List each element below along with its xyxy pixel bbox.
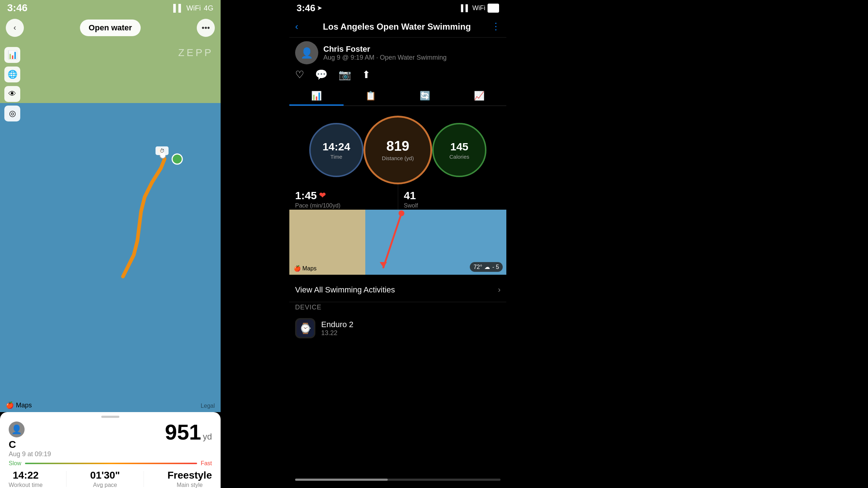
panel-left: 👤 C Aug 9 at 09:19 [9,421,51,458]
signal-icon: ▌▌ [173,4,183,12]
user-row: 👤 Chris Foster Aug 9 @ 9:19 AM · Open Wa… [295,41,501,64]
temperature-text: 72° [473,264,482,270]
more-dots-left: ••• [201,23,210,33]
svg-point-5 [399,210,404,216]
distance-circle-value: 819 [386,139,409,154]
metrics-area: 14:24 Time 819 Distance (yd) 145 Calorie… [289,108,506,192]
device-version: 13.22 [321,329,353,337]
photo-button[interactable]: 📷 [339,69,351,81]
right-status-icons: ▌▌ WiFi 46 [461,4,499,13]
right-nav-bar: ‹ Los Angeles Open Water Swimming ⋮ [289,16,506,38]
right-phone: 3:46 ➤ ▌▌ WiFi 46 ‹ Los Angeles Open Wat… [289,0,506,488]
pace-stat-label: Pace (min/100yd) [295,202,392,209]
eye-icon-btn[interactable]: 👁 [4,86,20,102]
open-water-badge: Open water [80,20,141,36]
right-status-bar: 3:46 ➤ ▌▌ WiFi 46 [289,0,506,16]
stat-workout-time: 14:22 Workout time [9,470,43,488]
back-button-right[interactable]: ‹ [295,21,298,32]
tab-details[interactable]: 📋 [344,87,398,106]
distance-unit: yd [203,432,212,441]
calories-circle: 145 Calories [432,123,486,177]
chart-icon-btn[interactable]: 📊 [4,47,20,63]
tabs-row: 📊 📋 🔄 📈 [289,87,506,106]
location-icon: ◎ [9,109,16,118]
weather-extra: - 5 [492,264,499,270]
battery-badge: 46 [488,4,499,13]
user-meta: Aug 9 @ 9:19 AM · Open Water Swimming [323,54,447,61]
right-maps-text: Maps [302,265,316,272]
swolf-stat-label: Swolf [404,202,501,209]
left-nav-bar: ‹ Open water ••• [0,16,221,40]
track-svg: ⏱ [0,0,221,412]
calories-circle-value: 145 [450,141,468,153]
tab-laps[interactable]: 🔄 [398,87,452,106]
progress-bar-area [295,479,501,481]
pace-stat-value: 1:45 ❤ [295,189,392,202]
panel-user-icon: 👤 [9,421,25,437]
right-apple-icon: 🍎 [294,265,301,272]
device-watch-icon: ⌚ [299,322,312,334]
legal-label: Legal [201,403,215,409]
time-circle-label: Time [331,154,342,160]
left-time: 3:46 [7,2,27,14]
comment-button[interactable]: 💬 [315,69,328,81]
right-map[interactable]: 🍎 Maps 72° ☁ - 5 [289,210,506,275]
pace-bar: Slow Fast [9,460,212,467]
stat-avg-pace: 01'30" Avg pace [90,470,120,488]
time-circle-value: 14:24 [323,141,350,153]
swolf-stat-value: 41 [404,189,501,202]
chevron-right-icon: › [498,285,501,295]
view-all-row[interactable]: View All Swimming Activities › [289,278,506,302]
zepp-watermark: ZEPP [178,47,213,59]
heart-icon: ❤ [319,191,326,200]
time-circle: 14:24 Time [309,123,363,177]
apple-logo: 🍎 [6,401,14,409]
back-button-left[interactable]: ‹ [6,19,24,37]
chart-icon: 📊 [8,50,17,60]
user-info: Chris Foster Aug 9 @ 9:19 AM · Open Wate… [323,44,447,61]
tab-metrics[interactable]: 📊 [289,87,344,106]
svg-marker-6 [380,262,387,267]
more-button-right[interactable]: ⋮ [491,21,501,32]
avatar: 👤 [295,41,318,64]
more-button-left[interactable]: ••• [197,19,215,37]
pace-value-text: 1:45 [295,189,317,202]
action-row: ♡ 💬 📷 ⬆ [295,69,501,81]
svg-text:⏱: ⏱ [159,148,165,154]
view-all-text: View All Swimming Activities [295,285,498,295]
like-button[interactable]: ♡ [295,69,304,81]
bottom-panel: 👤 C Aug 9 at 09:19 951 yd Slow Fast 14:2… [0,412,221,488]
avg-pace-value: 01'30" [90,470,120,481]
main-style-value: Freestyle [167,470,212,481]
panel-handle[interactable] [101,416,119,418]
location-arrow-icon: ➤ [317,4,322,12]
device-icon: ⌚ [295,318,315,338]
distance-value: 951 [165,420,201,444]
tab-charts-icon: 📈 [474,91,485,101]
distance-circle-label: Distance (yd) [382,155,414,161]
page-title: Los Angeles Open Water Swimming [303,22,491,32]
swolf-value-text: 41 [404,189,416,202]
tab-charts[interactable]: 📈 [452,87,506,106]
stat-divider-1 [66,471,67,487]
stat-main-style: Freestyle Main style [167,470,212,488]
wifi-icon: WiFi [186,4,201,12]
location-icon-btn[interactable]: ◎ [4,106,20,121]
pace-fast-label: Fast [201,460,212,467]
right-time: 3:46 [297,3,315,14]
cloud-icon: ☁ [484,264,490,270]
left-map: ⏱ ZEPP [0,0,221,412]
right-signal-icon: ▌▌ [461,4,470,12]
maps-text: Maps [16,402,32,409]
globe-icon-btn[interactable]: 🌐 [4,67,20,82]
avg-pace-label: Avg pace [90,482,120,488]
main-style-label: Main style [167,482,212,488]
tab-metrics-icon: 📊 [311,91,322,101]
share-button[interactable]: ⬆ [362,69,370,81]
stat-divider-2 [144,471,144,487]
svg-line-4 [383,213,401,267]
right-wifi-icon: WiFi [472,4,485,12]
map-sidebar: 📊 🌐 👁 ◎ [4,47,20,121]
device-icon-inner: ⌚ [297,320,314,337]
battery-icon: 4G [204,4,213,12]
